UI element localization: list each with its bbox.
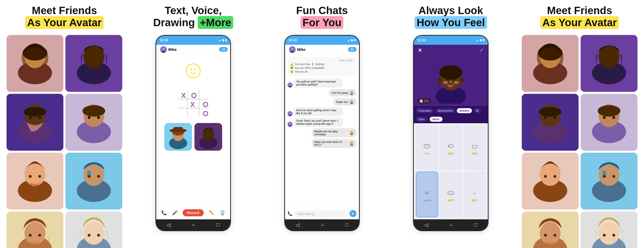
subtab-nose[interactable]: Nose (430, 117, 442, 122)
nav-recents[interactable]: □ (216, 222, 219, 228)
item-cell-4[interactable]: owned (416, 172, 438, 217)
tab-accessories[interactable]: Accessories (435, 108, 455, 113)
item-cell-2[interactable]: 🪙40 (440, 125, 462, 170)
item-1-price: free (425, 152, 429, 155)
avatar-cell-7 (7, 212, 63, 248)
svg-point-24 (38, 175, 41, 178)
avatar-cell-5 (7, 153, 63, 210)
svg-point-17 (83, 105, 105, 116)
phone-icon[interactable]: 📞 (161, 210, 167, 216)
chat-input-3[interactable]: Start typing... (294, 210, 348, 217)
section-5: Meet Friends As Your Avatar (515, 0, 644, 248)
msg-bubble-3: Super fun (333, 98, 356, 106)
tab-w[interactable]: W (473, 108, 481, 113)
avatar-cell-5-1 (522, 35, 579, 92)
record-button[interactable]: Record (183, 209, 204, 216)
chat-name-2: Mike (168, 47, 177, 52)
svg-point-95 (446, 78, 449, 80)
item-3-icon (468, 141, 481, 151)
avatar-cell-8 (65, 212, 122, 248)
svg-point-132 (612, 116, 615, 119)
item-2-icon (445, 141, 457, 151)
phone-icon-3[interactable]: 📞 (288, 211, 293, 216)
wifi-icon-4: ◉ (479, 38, 482, 42)
svg-point-94 (460, 77, 464, 82)
drawing-avatars (164, 123, 222, 151)
send-button-3[interactable]: ➤ (349, 210, 356, 217)
nav-back-4[interactable]: ◁ (424, 222, 428, 228)
phone-2-status-icons: ▲ ◉ ▮ (218, 38, 227, 42)
phone-4-status-bar: 12:30 ▲ ◉ ▮ (414, 36, 488, 45)
svg-point-33 (25, 222, 46, 244)
customization-tabs[interactable]: Cosmetics Accessories Jewelry W (414, 106, 488, 115)
section-2-title-line2: Drawing (153, 17, 198, 28)
nav-home-3[interactable]: ○ (321, 222, 324, 228)
phone-4-nav-bar: ◁ ○ □ (414, 219, 488, 230)
svg-point-111 (474, 190, 476, 192)
nav-home-4[interactable]: ○ (450, 222, 453, 228)
svg-point-84 (351, 131, 353, 133)
svg-point-87 (351, 142, 353, 144)
section-1-avatar-grid (7, 35, 122, 248)
phone-3-nav-bar: ◁ ○ □ (285, 219, 359, 230)
nav-recents-4[interactable]: □ (474, 222, 477, 228)
phone-3-time: 12:30 (289, 38, 297, 42)
svg-point-46 (194, 68, 196, 70)
drawing-avatar-1 (164, 123, 192, 151)
avatar-top-bar: ✕ ✓ (414, 45, 488, 56)
profile-row-3: 😊They're 20 (290, 70, 354, 73)
svg-point-136 (544, 175, 547, 178)
section-2: Text, Voice, Drawing +More 12:30 ▲ ◉ ▮ ‹… (129, 0, 258, 248)
check-icon[interactable]: ✓ (479, 47, 484, 53)
msg-row-7: Have you ever been to NYC? (288, 139, 356, 148)
nav-back-3[interactable]: ◁ (296, 222, 299, 228)
signal-icon: ▲ (218, 39, 221, 42)
item-6-price: 🪙43 (472, 199, 477, 202)
phone-2-chat-header: ‹ Mike 11 (156, 45, 230, 55)
svg-point-147 (544, 234, 547, 236)
phone-3-status-icons: ▲ ◉ ▮ (347, 38, 355, 42)
msg-bubble-1: You golf as well? How long have you been… (294, 78, 343, 88)
avatar-cell-2 (65, 35, 122, 92)
chat-count-2: 11 (219, 47, 228, 52)
chat-input-bar-3: 📞 Start typing... ➤ (285, 208, 359, 219)
section-1-highlight: As Your Avatar (25, 16, 104, 29)
close-icon[interactable]: ✕ (418, 47, 422, 53)
item-4-icon (421, 188, 433, 198)
phone-4: 12:30 ▲ ◉ ▮ ✕ ✓ (413, 35, 489, 231)
svg-point-30 (97, 175, 100, 178)
svg-text:O: O (203, 101, 208, 108)
drawing-bottom-bar: 📞 🎤 Record ✏️ 🗑️ (156, 206, 230, 219)
svg-point-93 (438, 77, 442, 82)
svg-point-72 (351, 91, 353, 93)
drawing-area: X X O O O (156, 55, 230, 206)
svg-point-152 (603, 234, 606, 236)
svg-point-40 (97, 234, 100, 236)
tab-cosmetics[interactable]: Cosmetics (416, 108, 434, 113)
avatar-cell-5-4 (581, 94, 637, 151)
item-cell-1[interactable]: free (416, 125, 438, 170)
msg-avatar-1 (288, 82, 293, 88)
nav-back[interactable]: ◁ (167, 222, 171, 228)
wifi-icon: ◉ (222, 38, 224, 42)
pencil-icon[interactable]: ✏️ (209, 210, 214, 216)
smiley-svg (183, 62, 203, 82)
signal-icon-3: ▲ (347, 39, 350, 42)
svg-point-45 (190, 68, 192, 70)
svg-point-146 (540, 222, 561, 244)
item-cell-3[interactable]: 🪙43 (463, 125, 486, 170)
tab-jewelry[interactable]: Jewelry (457, 108, 472, 113)
item-cell-6[interactable]: 🪙43 (463, 172, 486, 217)
avatar-customization-content: ✕ ✓ (414, 45, 488, 219)
svg-point-64 (203, 129, 214, 141)
svg-point-39 (88, 234, 91, 236)
battery-icon-4: ▮ (483, 38, 484, 42)
subtab-ears[interactable]: Ears (416, 117, 428, 122)
item-cell-5[interactable]: 🪙40 (440, 172, 462, 217)
delete-icon[interactable]: 🗑️ (220, 210, 225, 216)
nav-home[interactable]: ○ (192, 222, 195, 228)
mic-icon[interactable]: 🎤 (172, 210, 178, 216)
nav-recents-3[interactable]: □ (345, 222, 348, 228)
profile-row-1: ⛳You both like 🏌️ Golfing (290, 63, 354, 66)
avatar-cell-5-7 (522, 212, 579, 248)
